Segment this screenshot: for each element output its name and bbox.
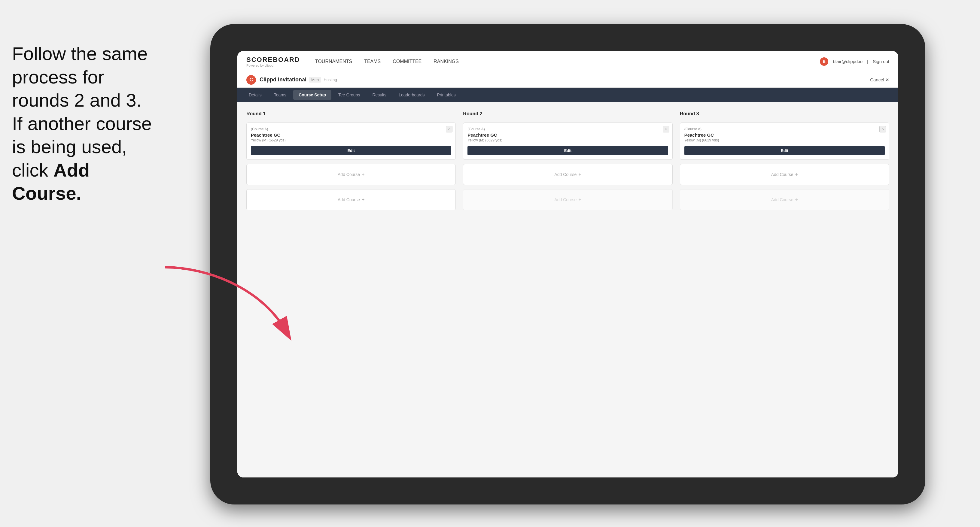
round-2-course-name: Peachtree GC: [468, 132, 668, 138]
round-1-course-details: Yellow (M) (6629 yds): [251, 138, 451, 142]
round-3-delete-button[interactable]: ○: [879, 126, 886, 132]
round-3-course-name: Peachtree GC: [684, 132, 885, 138]
logo-area: SCOREBOARD Powered by clippd: [247, 56, 300, 67]
round-3-add-course-2: Add Course +: [680, 189, 889, 210]
round-2-course-label: (Course A): [468, 127, 668, 131]
nav-items: TOURNAMENTS TEAMS COMMITTEE RANKINGS: [315, 57, 820, 66]
sub-header: C Clippd Invitational Men Hosting Cancel…: [237, 72, 898, 88]
round-1-title: Round 1: [247, 111, 456, 116]
round-2-edit-button[interactable]: Edit: [468, 146, 668, 155]
round-2-delete-button[interactable]: ○: [663, 126, 669, 132]
round-2-title: Round 2: [463, 111, 672, 116]
round-2-course-card: ○ (Course A) Peachtree GC Yellow (M) (66…: [463, 122, 672, 160]
tabs-bar: Details Teams Course Setup Tee Groups Re…: [237, 88, 898, 102]
nav-committee[interactable]: COMMITTEE: [393, 57, 422, 66]
tablet-device: SCOREBOARD Powered by clippd TOURNAMENTS…: [210, 24, 925, 505]
top-navigation: SCOREBOARD Powered by clippd TOURNAMENTS…: [237, 51, 898, 72]
tab-course-setup[interactable]: Course Setup: [293, 90, 331, 100]
nav-teams[interactable]: TEAMS: [364, 57, 381, 66]
logo-subtitle: Powered by clippd: [247, 63, 300, 67]
rounds-container: Round 1 ○ (Course A) Peachtree GC Yellow…: [247, 111, 889, 210]
nav-tournaments[interactable]: TOURNAMENTS: [315, 57, 352, 66]
tab-leaderboards[interactable]: Leaderboards: [393, 90, 430, 100]
round-1-course-label: (Course A): [251, 127, 451, 131]
cancel-button[interactable]: Cancel ✕: [870, 77, 889, 83]
tournament-title: Clippd Invitational: [259, 76, 306, 83]
pipe-separator: |: [867, 59, 868, 64]
tournament-badge: Men: [309, 77, 321, 83]
nav-right: B blair@clippd.io | Sign out: [820, 57, 889, 66]
tab-printables[interactable]: Printables: [432, 90, 461, 100]
round-1-edit-button[interactable]: Edit: [251, 146, 451, 155]
round-3-add-course-1[interactable]: Add Course +: [680, 164, 889, 185]
user-email: blair@clippd.io: [833, 59, 862, 64]
round-2-column: Round 2 ○ (Course A) Peachtree GC Yellow…: [463, 111, 672, 210]
round-1-column: Round 1 ○ (Course A) Peachtree GC Yellow…: [247, 111, 456, 210]
round-2-add-course-1[interactable]: Add Course +: [463, 164, 672, 185]
tablet-screen: SCOREBOARD Powered by clippd TOURNAMENTS…: [237, 51, 898, 478]
round-3-column: Round 3 ○ (Course A) Peachtree GC Yellow…: [680, 111, 889, 210]
round-3-edit-button[interactable]: Edit: [684, 146, 885, 155]
round-2-add-course-2: Add Course +: [463, 189, 672, 210]
nav-rankings[interactable]: RANKINGS: [434, 57, 459, 66]
round-3-course-label: (Course A): [684, 127, 885, 131]
tab-teams[interactable]: Teams: [269, 90, 292, 100]
round-3-title: Round 3: [680, 111, 889, 116]
round-1-add-course-1[interactable]: Add Course +: [247, 164, 456, 185]
tab-tee-groups[interactable]: Tee Groups: [333, 90, 365, 100]
tab-details[interactable]: Details: [243, 90, 267, 100]
user-avatar: B: [820, 57, 828, 66]
round-1-delete-button[interactable]: ○: [446, 126, 452, 132]
tab-results[interactable]: Results: [367, 90, 392, 100]
round-1-course-card: ○ (Course A) Peachtree GC Yellow (M) (66…: [247, 122, 456, 160]
logo-text: SCOREBOARD: [247, 56, 300, 63]
round-1-course-name: Peachtree GC: [251, 132, 451, 138]
tournament-logo: C: [247, 75, 256, 85]
round-3-course-card: ○ (Course A) Peachtree GC Yellow (M) (66…: [680, 122, 889, 160]
round-1-add-course-2[interactable]: Add Course +: [247, 189, 456, 210]
sign-out-link[interactable]: Sign out: [873, 59, 889, 64]
instruction-text: Follow the same process for rounds 2 and…: [0, 42, 174, 205]
hosting-badge: Hosting: [324, 78, 337, 82]
round-2-course-details: Yellow (M) (6629 yds): [468, 138, 668, 142]
main-content: Round 1 ○ (Course A) Peachtree GC Yellow…: [237, 102, 898, 478]
round-3-course-details: Yellow (M) (6629 yds): [684, 138, 885, 142]
